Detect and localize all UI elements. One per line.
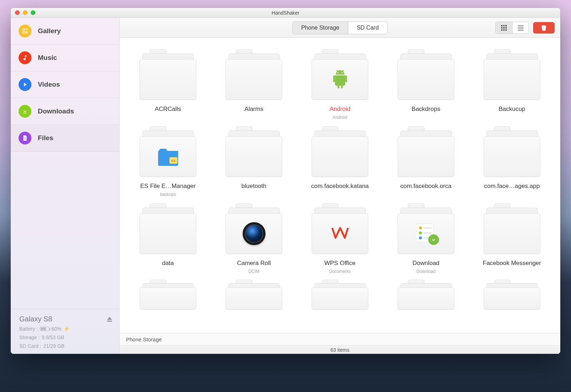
- folder-icon: [480, 203, 544, 256]
- sidebar-item-label: Gallery: [38, 27, 61, 35]
- files-icon: [19, 132, 31, 144]
- folder-item[interactable]: Backdrops: [385, 49, 467, 120]
- folder-sublabel: backups: [160, 192, 176, 197]
- list-view-button[interactable]: [512, 22, 529, 34]
- folder-item[interactable]: Alarms: [213, 49, 295, 120]
- path-bar[interactable]: Phone Storage: [120, 333, 560, 345]
- svg-rect-10: [518, 25, 524, 26]
- folder-icon: [136, 49, 200, 102]
- sidebar-item-files[interactable]: Files: [11, 125, 119, 152]
- svg-rect-1: [501, 25, 502, 26]
- folder-sublabel: DCIM: [248, 269, 259, 274]
- folder-item[interactable]: com.face…ages.app: [471, 126, 553, 197]
- folder-item[interactable]: Facebook Messenger: [471, 203, 553, 274]
- status-bar: 63 items: [120, 345, 560, 354]
- folder-label: WPS Office: [324, 260, 356, 267]
- folder-icon: [394, 280, 458, 312]
- android-icon: [330, 68, 350, 91]
- folder-item[interactable]: WPS Office Documents: [299, 203, 381, 274]
- sidebar: Gallery Music Videos Downloads Files Gal…: [11, 18, 120, 354]
- folder-icon: [308, 126, 372, 179]
- folder-label: ACRCalls: [155, 106, 181, 113]
- battery-stat: Battery : 60% ⚡: [19, 326, 112, 332]
- folder-icon: [222, 126, 286, 179]
- music-icon: [19, 51, 31, 64]
- tab-phone[interactable]: Phone Storage: [293, 22, 348, 34]
- svg-rect-8: [503, 29, 505, 31]
- grid-icon: [501, 25, 507, 31]
- folder-icon: [394, 203, 458, 256]
- grid-view-button[interactable]: [496, 22, 512, 34]
- svg-rect-4: [501, 27, 502, 29]
- charging-icon: ⚡: [64, 326, 70, 332]
- svg-rect-2: [503, 25, 505, 26]
- folder-item[interactable]: Android Android: [299, 49, 381, 120]
- camera-lens-icon: [243, 222, 266, 245]
- gallery-icon: [19, 25, 31, 37]
- list-icon: [517, 25, 524, 31]
- folder-item[interactable]: Backucup: [471, 49, 553, 120]
- svg-point-0: [24, 30, 25, 31]
- download-overlay-icon: [415, 224, 438, 244]
- folder-item[interactable]: Download Download: [385, 203, 467, 274]
- svg-rect-9: [505, 29, 507, 31]
- folder-item[interactable]: com.facebook.orca: [385, 126, 467, 197]
- folder-label: ES File E…Manager: [140, 183, 196, 190]
- svg-point-13: [337, 72, 338, 73]
- folder-label: com.facebook.katana: [311, 183, 369, 190]
- svg-rect-6: [505, 27, 507, 29]
- folder-item[interactable]: ACRCalls: [127, 49, 209, 120]
- trash-icon: [541, 25, 547, 31]
- svg-rect-3: [505, 25, 507, 26]
- wps-icon: [330, 223, 350, 244]
- sidebar-item-gallery[interactable]: Gallery: [11, 18, 119, 45]
- eject-icon: [107, 317, 112, 320]
- toolbar: Phone StorageSD Card: [120, 18, 560, 38]
- folder-label: Android: [329, 106, 350, 113]
- folder-item[interactable]: ES ES File E…Manager backups: [127, 126, 209, 197]
- folder-sublabel: Download: [416, 269, 435, 274]
- tab-sd[interactable]: SD Card: [348, 22, 387, 34]
- es-file-icon: ES: [157, 147, 180, 166]
- folder-icon: [394, 126, 458, 179]
- folder-label: Camera Roll: [237, 260, 271, 267]
- file-grid: ACRCalls Alarms Android Android Backdrop…: [120, 38, 560, 333]
- delete-button[interactable]: [533, 22, 555, 34]
- folder-sublabel: Documents: [329, 269, 351, 274]
- sidebar-item-label: Downloads: [38, 107, 74, 115]
- eject-button[interactable]: [107, 317, 112, 322]
- window-title: HandShaker: [11, 10, 560, 16]
- sidebar-item-label: Videos: [38, 81, 60, 88]
- folder-item[interactable]: [385, 280, 467, 312]
- folder-item[interactable]: [471, 280, 553, 312]
- folder-item[interactable]: bluetooth: [213, 126, 295, 197]
- sidebar-item-label: Files: [38, 134, 53, 142]
- svg-rect-7: [501, 29, 502, 31]
- folder-label: com.facebook.orca: [400, 183, 452, 190]
- sidebar-item-downloads[interactable]: Downloads: [11, 98, 119, 125]
- folder-item[interactable]: data: [127, 203, 209, 274]
- folder-icon: ES: [136, 126, 200, 179]
- folder-icon: [480, 280, 544, 312]
- folder-label: com.face…ages.app: [484, 183, 540, 190]
- folder-item[interactable]: [299, 280, 381, 312]
- folder-label: Backdrops: [411, 106, 440, 113]
- sidebar-item-music[interactable]: Music: [11, 45, 119, 71]
- folder-item[interactable]: [213, 280, 295, 312]
- svg-text:ES: ES: [171, 159, 175, 163]
- folder-item[interactable]: Camera Roll DCIM: [213, 203, 295, 274]
- folder-icon: [308, 49, 372, 102]
- folder-item[interactable]: [127, 280, 209, 312]
- storage-tabs: Phone StorageSD Card: [292, 21, 388, 34]
- storage-stat: Storage : 9.9/53 GB: [19, 335, 112, 340]
- folder-item[interactable]: com.facebook.katana: [299, 126, 381, 197]
- svg-rect-11: [518, 27, 524, 29]
- folder-icon: [308, 203, 372, 256]
- folder-label: Facebook Messenger: [483, 260, 541, 267]
- videos-icon: [19, 78, 31, 91]
- folder-label: Backucup: [499, 106, 525, 113]
- folder-icon: [480, 126, 544, 179]
- folder-label: Download: [413, 260, 440, 267]
- view-mode-switch: [495, 22, 529, 34]
- sidebar-item-videos[interactable]: Videos: [11, 71, 119, 98]
